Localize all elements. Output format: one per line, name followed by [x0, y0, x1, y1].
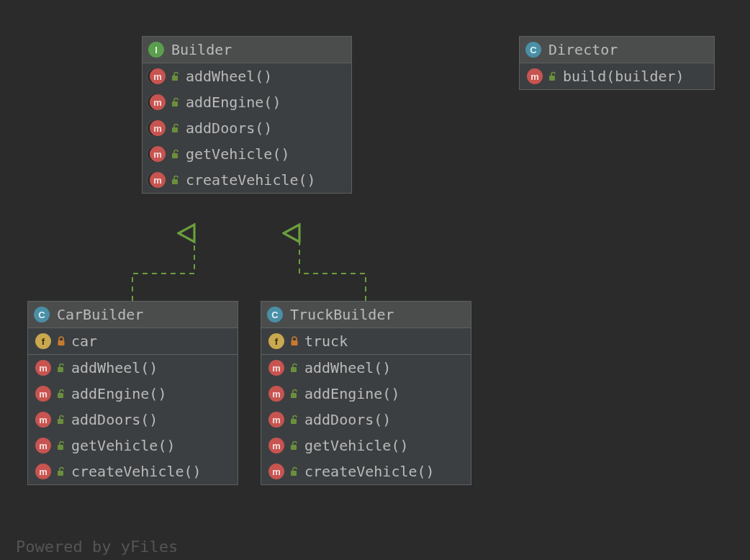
method-row: m addWheel(): [143, 63, 351, 89]
method-name: createVehicle(): [304, 463, 435, 480]
method-row: m createVehicle(): [261, 459, 471, 484]
field-row: f car: [28, 328, 238, 354]
method-icon: m: [35, 360, 51, 376]
class-icon: C: [34, 307, 50, 322]
method-icon: m: [268, 386, 284, 402]
lock-icon: [57, 336, 65, 346]
fields-section: f car: [28, 328, 238, 355]
svg-rect-5: [549, 76, 555, 81]
method-icon: m: [35, 412, 51, 428]
unlock-icon: [171, 149, 180, 159]
method-name: addEngine(): [71, 385, 166, 402]
unlock-icon: [290, 466, 299, 477]
svg-rect-8: [58, 393, 63, 398]
method-icon: m: [268, 412, 284, 428]
method-icon: m: [150, 146, 166, 162]
method-name: createVehicle(): [186, 171, 316, 189]
unlock-icon: [290, 441, 299, 451]
truckbuilder-implements-builder: [299, 233, 366, 301]
svg-rect-0: [172, 76, 178, 81]
method-name: addDoors(): [71, 411, 158, 428]
svg-rect-17: [291, 471, 297, 476]
method-row: m getVehicle(): [261, 433, 471, 459]
field-name: car: [71, 333, 97, 350]
method-name: addDoors(): [186, 119, 272, 137]
method-row: m createVehicle(): [28, 459, 238, 484]
svg-rect-16: [291, 445, 297, 450]
unlock-icon: [171, 97, 180, 107]
svg-rect-1: [172, 101, 178, 107]
method-name: build(builder): [563, 68, 685, 85]
interface-icon: I: [148, 42, 164, 58]
unlock-icon: [548, 71, 557, 81]
method-row: m addWheel(): [261, 355, 471, 381]
svg-rect-13: [291, 367, 297, 372]
method-name: createVehicle(): [71, 463, 202, 480]
method-row: m addEngine(): [143, 89, 351, 115]
method-name: addWheel(): [304, 359, 391, 376]
method-name: addDoors(): [304, 411, 391, 428]
unlock-icon: [171, 123, 180, 133]
method-name: getVehicle(): [304, 437, 409, 454]
method-icon: m: [35, 438, 51, 453]
unlock-icon: [57, 415, 65, 425]
method-icon: m: [35, 464, 51, 479]
method-row: m addEngine(): [28, 381, 238, 407]
method-row: m addEngine(): [261, 381, 471, 407]
methods-section: m build(builder): [520, 63, 714, 89]
method-icon: m: [150, 68, 166, 84]
method-icon: m: [268, 360, 284, 376]
method-icon: m: [150, 94, 166, 110]
method-row: m build(builder): [520, 63, 714, 89]
method-icon: m: [150, 172, 166, 188]
class-name: CarBuilder: [57, 306, 143, 323]
method-icon: m: [35, 386, 51, 402]
unlock-icon: [290, 389, 299, 399]
svg-rect-11: [58, 471, 63, 476]
svg-rect-2: [172, 127, 178, 132]
method-row: m getVehicle(): [143, 141, 351, 167]
lock-icon: [290, 336, 299, 346]
class-box-carbuilder[interactable]: C CarBuilder f car m addWheel() m addEng…: [27, 301, 238, 485]
fields-section: f truck: [261, 328, 471, 355]
field-icon: f: [35, 333, 51, 349]
unlock-icon: [290, 415, 299, 425]
method-name: addWheel(): [186, 68, 272, 85]
class-box-truckbuilder[interactable]: C TruckBuilder f truck m addWheel() m ad…: [261, 301, 471, 485]
class-box-director[interactable]: C Director m build(builder): [519, 36, 715, 90]
class-box-builder[interactable]: I Builder m addWheel() m addEngine() m a…: [142, 36, 352, 194]
field-row: f truck: [261, 328, 471, 354]
svg-rect-12: [292, 340, 298, 346]
unlock-icon: [171, 71, 180, 81]
method-row: m getVehicle(): [28, 433, 238, 459]
class-icon: C: [525, 42, 541, 58]
unlock-icon: [57, 466, 65, 477]
field-icon: f: [268, 333, 284, 349]
class-icon: C: [267, 307, 283, 322]
unlock-icon: [171, 175, 180, 185]
field-name: truck: [304, 333, 348, 350]
svg-rect-3: [172, 153, 178, 158]
svg-rect-7: [58, 367, 63, 372]
unlock-icon: [290, 363, 299, 373]
method-icon: m: [527, 68, 543, 84]
class-name: Director: [548, 41, 618, 58]
method-row: m addWheel(): [28, 355, 238, 381]
method-row: m addDoors(): [261, 407, 471, 433]
svg-rect-6: [58, 340, 65, 346]
unlock-icon: [57, 389, 65, 399]
carbuilder-implements-builder: [132, 233, 194, 301]
svg-rect-4: [172, 179, 178, 184]
class-header: C CarBuilder: [28, 302, 238, 328]
method-name: addWheel(): [71, 359, 158, 376]
unlock-icon: [57, 441, 65, 451]
method-row: m addDoors(): [28, 407, 238, 433]
powered-by-label: Powered by yFiles: [16, 538, 178, 556]
class-header: C Director: [520, 37, 714, 63]
method-name: addEngine(): [186, 94, 281, 111]
method-icon: m: [150, 120, 166, 136]
methods-section: m addWheel() m addEngine() m addDoors() …: [143, 63, 351, 193]
class-name: Builder: [171, 41, 232, 58]
svg-rect-14: [291, 393, 297, 398]
method-icon: m: [268, 438, 284, 453]
